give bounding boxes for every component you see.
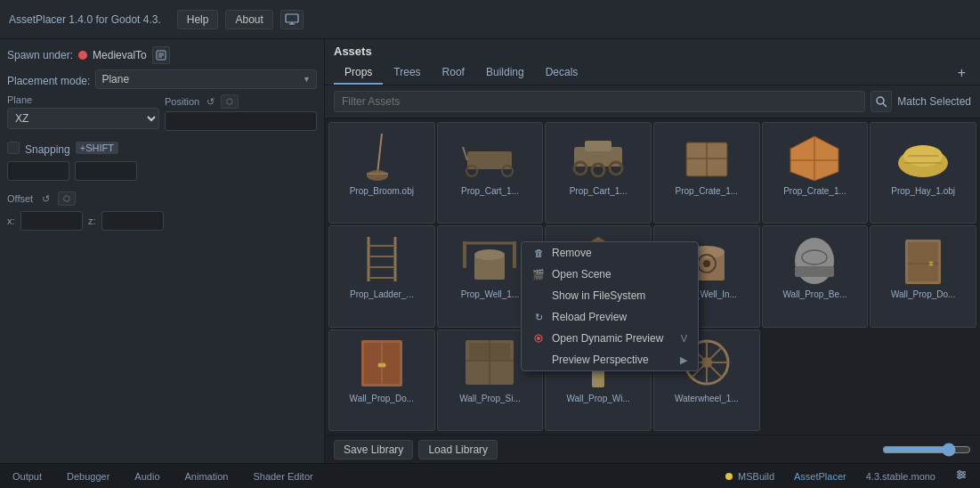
tab-props[interactable]: Props <box>334 61 383 85</box>
placement-value: Plane <box>101 73 129 85</box>
add-tab-button[interactable]: + <box>952 65 971 81</box>
status-audio[interactable]: Audio <box>129 469 165 484</box>
snap-input-2[interactable]: 0.1 <box>75 161 137 181</box>
load-library-button[interactable]: Load Library <box>418 440 498 460</box>
position-input[interactable]: 0 <box>165 111 317 131</box>
svg-line-8 <box>884 104 887 107</box>
plane-label: Plane <box>7 94 159 105</box>
plane-select[interactable]: XZ XY YZ <box>7 108 159 129</box>
asset-item[interactable]: Prop_Ladder_... <box>328 225 435 327</box>
svg-rect-55 <box>908 242 938 281</box>
svg-rect-41 <box>513 241 516 268</box>
svg-rect-60 <box>383 343 400 384</box>
asset-item[interactable]: Prop_Crate_1... <box>653 122 760 224</box>
offset-arrows-button[interactable]: ⬡ <box>58 191 76 206</box>
z-input[interactable]: 0 <box>101 211 164 231</box>
search-button[interactable] <box>871 91 892 112</box>
save-library-button[interactable]: Save Library <box>334 440 413 460</box>
app-title: AssetPlacer 1.4.0 for Godot 4.3. <box>9 13 161 26</box>
asset-item[interactable]: Wall_Prop_Do... <box>328 329 435 431</box>
asset-name: Prop_Broom.obj <box>350 186 414 197</box>
spawn-value: MedievalTo <box>93 49 147 61</box>
ctx-open-scene[interactable]: 🎬 Open Scene <box>522 264 698 285</box>
snapping-section: Snapping +SHIFT 1 0.1 <box>7 140 317 181</box>
asset-item[interactable]: Prop_Hay_1.obj <box>870 122 976 224</box>
status-output[interactable]: Output <box>7 469 47 484</box>
context-menu: 🗑 Remove 🎬 Open Scene Show in FileSystem… <box>521 241 699 371</box>
asset-name: Prop_Cart_1... <box>570 186 628 197</box>
asset-thumbnail <box>454 334 525 392</box>
status-shader-editor[interactable]: Shader Editor <box>247 469 318 484</box>
filter-input[interactable] <box>334 91 865 112</box>
asset-item[interactable]: Prop_Crate_1... <box>762 122 869 224</box>
asset-item[interactable]: Prop_Broom.obj <box>328 122 435 224</box>
asset-name: Wall_Prop_Si... <box>459 394 521 404</box>
dropdown-arrow: ▼ <box>303 75 311 84</box>
bottom-bar: Save Library Load Library <box>325 435 980 463</box>
status-animation[interactable]: Animation <box>180 469 234 484</box>
asset-thumbnail <box>346 230 417 288</box>
svg-point-84 <box>959 471 961 474</box>
asset-placer-label: AssetPlacer <box>794 471 846 482</box>
spawn-row: Spawn under: MedievalTo <box>7 46 317 64</box>
placement-select[interactable]: Plane ▼ <box>95 69 317 89</box>
asset-name: Wall_Prop_Do... <box>350 394 414 404</box>
ctx-open-dynamic-preview[interactable]: Open Dynamic Preview V <box>522 328 698 349</box>
help-button[interactable]: Help <box>177 10 219 29</box>
asset-thumbnail <box>887 126 959 184</box>
ctx-preview-perspective[interactable]: Preview Perspective ▶ <box>522 349 698 370</box>
match-selected-label[interactable]: Match Selected <box>897 95 971 108</box>
offset-row: Offset ↺ ⬡ <box>7 191 317 206</box>
ctx-reload-preview[interactable]: ↻ Reload Preview <box>522 306 698 328</box>
asset-name: Prop_Ladder_... <box>350 289 414 300</box>
ctx-show-filesystem[interactable]: Show in FileSystem <box>522 285 698 306</box>
asset-placer-item[interactable]: AssetPlacer <box>789 469 852 484</box>
ms-build-item[interactable]: MSBuild <box>720 469 780 484</box>
status-right: MSBuild AssetPlacer 4.3.stable.mono <box>720 467 973 485</box>
snap-input-1[interactable]: 1 <box>7 161 69 181</box>
dynamic-icon <box>532 332 545 345</box>
reload-icon: ↻ <box>532 311 545 323</box>
spawn-edit-button[interactable] <box>152 46 170 64</box>
ctx-submenu-arrow: ▶ <box>680 354 687 366</box>
tab-building[interactable]: Building <box>475 61 535 85</box>
tab-trees[interactable]: Trees <box>383 61 431 85</box>
asset-item[interactable]: Prop_Cart_1... <box>545 122 652 224</box>
filter-row: Match Selected <box>325 85 980 118</box>
status-debugger[interactable]: Debugger <box>61 469 115 484</box>
offset-reset-button[interactable]: ↺ <box>38 191 53 206</box>
ctx-reload-preview-label: Reload Preview <box>552 311 627 323</box>
about-button[interactable]: About <box>225 10 272 29</box>
position-label: Position <box>165 96 199 107</box>
placement-row: Placement mode: Plane ▼ <box>7 69 317 89</box>
monitor-icon[interactable] <box>280 10 304 29</box>
asset-item[interactable]: Prop_Cart_1... <box>437 122 544 224</box>
x-field: x: 0 <box>7 211 83 231</box>
x-input[interactable]: 0 <box>20 211 83 231</box>
svg-point-51 <box>795 238 834 284</box>
zoom-slider[interactable] <box>882 443 971 457</box>
svg-rect-17 <box>585 141 611 151</box>
svg-point-7 <box>877 97 884 104</box>
filesystem-icon <box>532 289 545 302</box>
asset-item[interactable]: Wall_Prop_Be... <box>762 225 869 327</box>
asset-name: Wall_Prop_Be... <box>783 289 847 300</box>
version-label: 4.3.stable.mono <box>861 469 941 484</box>
position-field: Position ↺ ⬡ 0 <box>165 94 317 131</box>
ctx-remove[interactable]: 🗑 Remove <box>522 242 698 264</box>
tab-decals[interactable]: Decals <box>535 61 589 85</box>
settings-icon[interactable] <box>950 467 973 485</box>
asset-name: Prop_Crate_1... <box>676 186 739 197</box>
ctx-open-scene-label: Open Scene <box>552 268 611 281</box>
ms-dot <box>725 473 733 480</box>
slider-container <box>882 443 971 457</box>
asset-item[interactable]: Wall_Prop_Do... <box>870 225 976 327</box>
position-reset-button[interactable]: ↺ <box>203 94 217 109</box>
tab-roof[interactable]: Roof <box>432 61 475 85</box>
position-arrows-button[interactable]: ⬡ <box>221 94 239 109</box>
asset-thumbnail <box>454 126 525 184</box>
ctx-preview-perspective-label: Preview Perspective <box>552 354 649 366</box>
asset-thumbnail <box>671 126 742 184</box>
snapping-checkbox[interactable] <box>7 142 20 154</box>
ms-build-label: MSBuild <box>738 471 774 482</box>
